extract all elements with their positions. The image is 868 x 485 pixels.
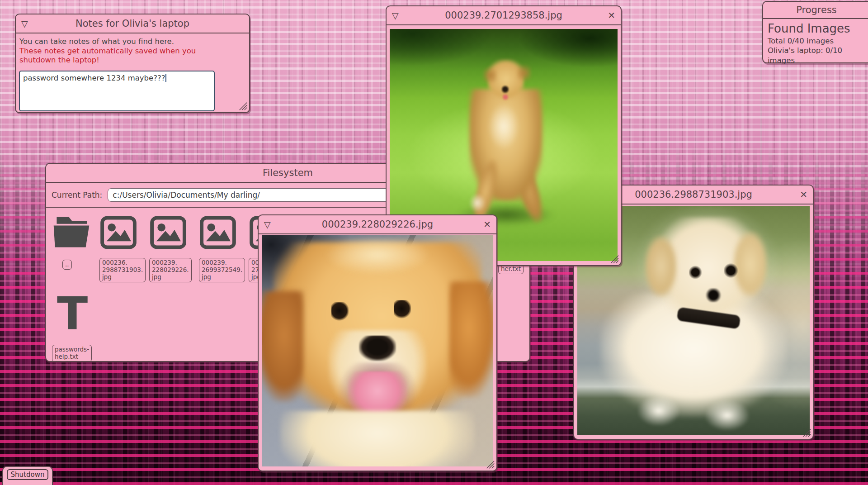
text-file-icon: T xyxy=(57,287,88,340)
notes-info-text: You can take notes of what you find here… xyxy=(19,37,245,47)
progress-total: Total 0/40 images xyxy=(768,36,865,46)
file-label-image-2[interactable]: 000239. 228029226. jpg xyxy=(149,258,192,282)
notes-window: ▽ Notes for Olivia's laptop You can take… xyxy=(15,14,250,113)
shutdown-button-label: Shutdown xyxy=(7,469,49,480)
progress-olivias-laptop: Olivia's laptop: 0/10 images xyxy=(768,46,865,65)
image-file-icon xyxy=(199,214,237,251)
minimize-icon[interactable]: ▽ xyxy=(21,19,33,29)
current-path-label: Current Path: xyxy=(52,190,102,200)
window-title: 000239.228029226.jpg xyxy=(276,219,479,230)
minimize-icon[interactable]: ▽ xyxy=(264,219,276,229)
shutdown-button[interactable]: Shutdown xyxy=(2,466,53,485)
file-label-passwords-help[interactable]: passwords- help.txt xyxy=(52,345,92,362)
image-file-icon xyxy=(149,214,187,251)
resize-handle[interactable] xyxy=(609,254,619,264)
photo-golden-puppy-closeup xyxy=(262,235,493,466)
notes-warning-text: These notes get automatically saved when… xyxy=(19,47,227,65)
file-label-image-1[interactable]: 000236. 2988731903. jpg xyxy=(99,258,146,282)
image-window-000239-228029226: ▽ 000239.228029226.jpg ✕ xyxy=(258,214,497,471)
file-item-image-2[interactable] xyxy=(149,214,187,251)
file-label-parent-folder[interactable]: .. xyxy=(62,260,72,270)
window-title: Notes for Olivia's laptop xyxy=(33,18,232,29)
notes-textarea[interactable]: password somewhere 1234 maybe??? xyxy=(19,71,215,111)
close-icon[interactable]: ✕ xyxy=(796,189,807,200)
file-item-parent-folder[interactable] xyxy=(51,213,92,251)
resize-handle[interactable] xyxy=(802,428,811,437)
folder-icon xyxy=(51,213,92,251)
image-file-icon xyxy=(99,214,137,251)
notes-text: password somewhere 1234 maybe??? xyxy=(23,74,165,82)
close-icon[interactable]: ✕ xyxy=(479,219,491,230)
window-title: 000236.2988731903.jpg xyxy=(591,189,796,200)
image-window-titlebar[interactable]: ▽ 000239.2701293858.jpg ✕ xyxy=(387,6,621,25)
file-item-passwords-help[interactable]: T xyxy=(57,291,88,337)
text-cursor xyxy=(165,74,166,82)
file-label-image-3[interactable]: 000239. 2699372549. jpg xyxy=(199,258,245,282)
minimize-icon[interactable]: ▽ xyxy=(392,10,404,20)
close-icon[interactable]: ✕ xyxy=(604,10,615,21)
progress-panel: Progress Found Images Total 0/40 images … xyxy=(762,1,868,63)
resize-handle[interactable] xyxy=(238,101,248,111)
resize-handle[interactable] xyxy=(485,459,495,469)
progress-titlebar: Progress xyxy=(763,2,868,19)
panel-title: Progress xyxy=(768,5,865,15)
file-item-image-3[interactable] xyxy=(199,214,237,251)
file-item-image-1[interactable] xyxy=(99,214,137,251)
found-images-heading: Found Images xyxy=(768,22,865,35)
window-title: 000239.2701293858.jpg xyxy=(404,10,604,21)
image-window-titlebar[interactable]: ▽ 000239.228029226.jpg ✕ xyxy=(259,215,496,234)
notes-titlebar[interactable]: ▽ Notes for Olivia's laptop xyxy=(16,14,249,33)
